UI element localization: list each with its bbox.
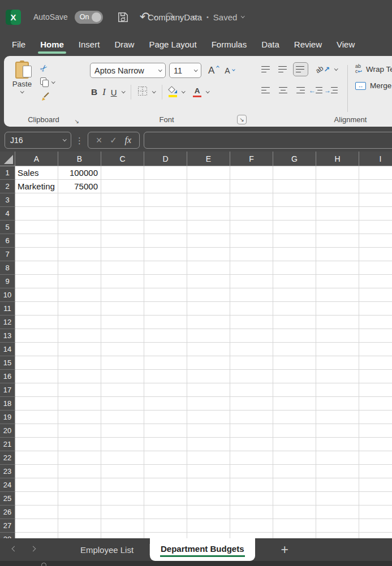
cell-c2[interactable] xyxy=(101,180,144,193)
row-header-15[interactable]: 15 xyxy=(0,356,15,370)
menu-tab-view[interactable]: View xyxy=(329,34,362,55)
cell-f23[interactable] xyxy=(230,465,273,478)
cell-a19[interactable] xyxy=(15,411,58,424)
cell-h24[interactable] xyxy=(316,478,359,492)
redo-dropdown-chevron[interactable] xyxy=(178,14,182,18)
cell-a16[interactable] xyxy=(15,370,58,383)
cell-e11[interactable] xyxy=(187,302,230,316)
cell-a11[interactable] xyxy=(15,302,58,316)
row-header-2[interactable]: 2 xyxy=(0,180,15,193)
cell-h9[interactable] xyxy=(316,275,359,288)
increase-indent-icon[interactable]: → xyxy=(325,86,338,94)
align-right-icon[interactable] xyxy=(293,84,307,97)
cell-c7[interactable] xyxy=(101,248,144,261)
cell-c16[interactable] xyxy=(101,370,144,383)
cell-b2[interactable]: 75000 xyxy=(58,180,101,193)
cell-d16[interactable] xyxy=(144,370,187,383)
cell-b13[interactable] xyxy=(58,329,101,343)
orientation-dropdown-chevron[interactable] xyxy=(334,67,338,70)
cell-d12[interactable] xyxy=(144,316,187,329)
undo-icon[interactable]: ↶ xyxy=(140,11,150,23)
cell-b5[interactable] xyxy=(58,221,101,234)
cell-h13[interactable] xyxy=(316,329,359,343)
sheet-tab-employee-list[interactable]: Employee List xyxy=(64,538,149,561)
cell-b9[interactable] xyxy=(58,275,101,288)
cell-c24[interactable] xyxy=(101,478,144,492)
cell-h7[interactable] xyxy=(316,248,359,261)
cell-e27[interactable] xyxy=(187,519,230,533)
cell-i28[interactable] xyxy=(359,533,392,538)
cell-g3[interactable] xyxy=(273,193,316,207)
row-header-17[interactable]: 17 xyxy=(0,383,15,397)
cell-d23[interactable] xyxy=(144,465,187,478)
cell-d7[interactable] xyxy=(144,248,187,261)
cell-d22[interactable] xyxy=(144,451,187,465)
cell-h22[interactable] xyxy=(316,451,359,465)
row-header-16[interactable]: 16 xyxy=(0,370,15,383)
cell-b21[interactable] xyxy=(58,438,101,451)
cell-e9[interactable] xyxy=(187,275,230,288)
cell-c23[interactable] xyxy=(101,465,144,478)
cell-b12[interactable] xyxy=(58,316,101,329)
cell-g21[interactable] xyxy=(273,438,316,451)
row-header-7[interactable]: 7 xyxy=(0,248,15,261)
column-header-e[interactable]: E xyxy=(187,152,230,166)
save-icon[interactable] xyxy=(117,11,130,24)
cell-h25[interactable] xyxy=(316,492,359,505)
cell-h8[interactable] xyxy=(316,261,359,275)
cell-b1[interactable]: 100000 xyxy=(58,166,101,180)
cell-a6[interactable] xyxy=(15,234,58,248)
cell-h12[interactable] xyxy=(316,316,359,329)
undo-dropdown-chevron[interactable] xyxy=(153,14,156,18)
cell-g25[interactable] xyxy=(273,492,316,505)
cell-e6[interactable] xyxy=(187,234,230,248)
cell-f20[interactable] xyxy=(230,424,273,438)
cell-h15[interactable] xyxy=(316,356,359,370)
row-header-11[interactable]: 11 xyxy=(0,302,15,316)
redo-icon[interactable]: ↷ xyxy=(165,11,175,23)
cancel-icon[interactable]: × xyxy=(96,135,102,145)
cell-i11[interactable] xyxy=(359,302,392,316)
row-header-24[interactable]: 24 xyxy=(0,478,15,492)
cell-h11[interactable] xyxy=(316,302,359,316)
cell-f16[interactable] xyxy=(230,370,273,383)
add-sheet-button[interactable]: + xyxy=(281,543,288,556)
font-size-select[interactable]: 11 xyxy=(169,63,201,78)
cell-b27[interactable] xyxy=(58,519,101,533)
row-header-25[interactable]: 25 xyxy=(0,492,15,505)
cell-i4[interactable] xyxy=(359,207,392,221)
cell-d4[interactable] xyxy=(144,207,187,221)
cell-g10[interactable] xyxy=(273,288,316,302)
cell-b8[interactable] xyxy=(58,261,101,275)
name-box[interactable]: J16 xyxy=(5,132,71,149)
cell-f26[interactable] xyxy=(230,505,273,519)
cell-d2[interactable] xyxy=(144,180,187,193)
align-left-icon[interactable] xyxy=(259,84,273,97)
cell-g23[interactable] xyxy=(273,465,316,478)
cell-h3[interactable] xyxy=(316,193,359,207)
cell-b23[interactable] xyxy=(58,465,101,478)
cell-g12[interactable] xyxy=(273,316,316,329)
cell-c20[interactable] xyxy=(101,424,144,438)
cell-e28[interactable] xyxy=(187,533,230,538)
cell-a8[interactable] xyxy=(15,261,58,275)
cell-d6[interactable] xyxy=(144,234,187,248)
cell-b16[interactable] xyxy=(58,370,101,383)
cell-g1[interactable] xyxy=(273,166,316,180)
select-all-corner[interactable] xyxy=(0,152,15,166)
row-header-10[interactable]: 10 xyxy=(0,288,15,302)
cell-g9[interactable] xyxy=(273,275,316,288)
cell-h21[interactable] xyxy=(316,438,359,451)
cell-i26[interactable] xyxy=(359,505,392,519)
cell-e4[interactable] xyxy=(187,207,230,221)
cell-a14[interactable] xyxy=(15,343,58,356)
cell-a10[interactable] xyxy=(15,288,58,302)
cell-b11[interactable] xyxy=(58,302,101,316)
cell-c12[interactable] xyxy=(101,316,144,329)
column-header-b[interactable]: B xyxy=(58,152,101,166)
cell-e13[interactable] xyxy=(187,329,230,343)
cell-i25[interactable] xyxy=(359,492,392,505)
column-header-i[interactable]: I xyxy=(359,152,392,166)
cell-a5[interactable] xyxy=(15,221,58,234)
underline-dropdown-chevron[interactable] xyxy=(122,89,125,93)
